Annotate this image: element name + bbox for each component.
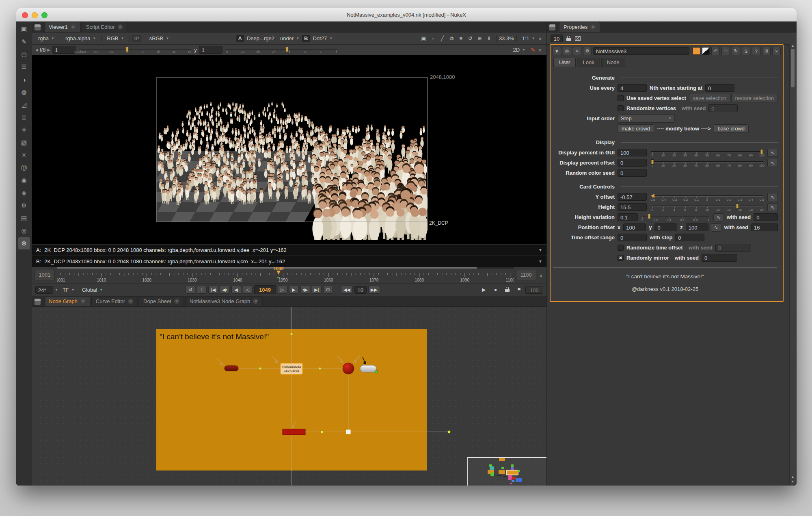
a-buffer-label[interactable]: A bbox=[236, 35, 244, 42]
transport-last-frame-button[interactable]: ▶| bbox=[312, 286, 322, 294]
y-offset-slider[interactable]: -0.5-0.4-0.3-0.2-0.100.10.20.30.40.5 bbox=[650, 193, 764, 202]
close-panel-icon[interactable]: × bbox=[772, 47, 781, 55]
panel-menu-icon[interactable]: » bbox=[538, 47, 544, 52]
transport-first-frame-button[interactable]: |◀ bbox=[208, 286, 218, 294]
mirror-seed-input[interactable]: 0 bbox=[702, 254, 737, 262]
tab-dope-sheet[interactable]: Dope Sheet× bbox=[139, 296, 184, 306]
tool-draw-icon[interactable]: ✎ bbox=[18, 36, 30, 48]
bake-crowd-button[interactable]: bake crowd bbox=[714, 124, 749, 133]
tool-toolsets-icon[interactable]: ⚙ bbox=[18, 199, 30, 212]
time-offset-range-input[interactable]: 0 bbox=[618, 234, 647, 241]
playhead[interactable] bbox=[276, 271, 281, 274]
overlay-icon[interactable]: ⧉ bbox=[447, 35, 456, 42]
animation-curve-icon[interactable]: ∿ bbox=[713, 213, 724, 221]
hide-input-icon[interactable]: ⌗ bbox=[573, 47, 581, 55]
roi-icon[interactable]: ⊕ bbox=[475, 35, 484, 41]
use-every-input[interactable]: 4 bbox=[618, 84, 647, 92]
position-x-input[interactable]: 100 bbox=[623, 223, 646, 231]
tool-filter-icon[interactable]: ◍ bbox=[18, 86, 30, 98]
animation-curve-icon[interactable]: ∿ bbox=[767, 193, 778, 201]
minimize-window-icon[interactable] bbox=[32, 12, 38, 18]
gamma-label[interactable]: y bbox=[194, 47, 197, 53]
slider-handle[interactable] bbox=[651, 159, 654, 165]
gain-label[interactable]: f/8 bbox=[40, 47, 45, 53]
close-tab-icon[interactable]: × bbox=[253, 299, 258, 304]
script-button-icon[interactable]: S bbox=[742, 47, 750, 55]
transport-step-forward-button[interactable]: ▷ bbox=[278, 286, 287, 294]
tool-gizmos-icon[interactable]: ⊛ bbox=[18, 237, 30, 249]
flipbook-capture-icon[interactable]: ● bbox=[491, 286, 500, 294]
tool-transform-icon[interactable]: ✛ bbox=[18, 124, 30, 136]
chevron-down-icon[interactable]: ▼ bbox=[538, 259, 542, 264]
tool-3d-icon[interactable]: ▧ bbox=[18, 137, 30, 149]
window-titlebar[interactable]: NotMassive_examples_v004.nk [modified] -… bbox=[16, 8, 797, 22]
projection-dropdown[interactable]: 2D▼ bbox=[510, 46, 528, 54]
position-z-input[interactable]: 100 bbox=[686, 223, 708, 231]
close-tab-icon[interactable]: × bbox=[118, 24, 123, 30]
close-tab-icon[interactable]: × bbox=[590, 24, 596, 30]
properties-scrollbar[interactable]: ▲ ▲ ▼ bbox=[789, 44, 796, 484]
tool-metadata-icon[interactable]: ◈ bbox=[18, 187, 30, 199]
tool-particles-icon[interactable]: ✳ bbox=[18, 149, 30, 161]
transport-loop-mode-button[interactable]: ↺ bbox=[186, 286, 195, 294]
gl-color-swatch[interactable] bbox=[702, 47, 710, 55]
transport-play-backward-button[interactable]: ◀ bbox=[231, 286, 241, 294]
make-crowd-button[interactable]: make crowd bbox=[618, 124, 654, 133]
skip-backward-button[interactable]: ◀◀ bbox=[341, 286, 353, 294]
tool-image-icon[interactable]: ▣ bbox=[18, 23, 30, 35]
transport-play-forward-button[interactable]: ▶ bbox=[289, 286, 299, 294]
cache-size-field[interactable]: 100 bbox=[525, 286, 543, 294]
restore-selection-button[interactable]: restore selection bbox=[731, 94, 778, 102]
node-dot-selected[interactable] bbox=[346, 430, 350, 434]
viewer-canvas[interactable]: 2048,1080 2K_DCP bbox=[32, 55, 546, 244]
animation-curve-icon[interactable]: ∿ bbox=[767, 149, 778, 157]
wipe-icon[interactable]: ╱ bbox=[438, 35, 447, 41]
gain-next-icon[interactable]: ▶ bbox=[47, 48, 50, 52]
render-flag-icon[interactable]: ⚑ bbox=[514, 286, 524, 294]
chevron-down-icon[interactable]: ▼ bbox=[538, 248, 542, 252]
randomize-time-seed-input[interactable]: 0 bbox=[715, 244, 751, 251]
tool-keyer-icon[interactable]: ◿ bbox=[18, 99, 30, 111]
capture-icon[interactable]: ▣ bbox=[419, 35, 428, 41]
frame-increment-field[interactable]: 10 bbox=[354, 286, 367, 294]
randomize-seed-input[interactable]: 0 bbox=[708, 104, 738, 112]
node-red-sphere[interactable] bbox=[343, 363, 354, 374]
zoom-level[interactable]: 33.3% bbox=[499, 35, 514, 41]
tool-channel-icon[interactable]: ☰ bbox=[18, 61, 30, 73]
transport-loop-toggle-button[interactable]: O bbox=[323, 286, 333, 294]
height-variation-input[interactable]: 0.1 bbox=[618, 213, 638, 221]
layer-dropdown[interactable]: rgba.alpha▼ bbox=[63, 35, 99, 42]
node-graph-minimap[interactable] bbox=[467, 457, 546, 486]
scrollbar-thumb[interactable] bbox=[791, 49, 795, 87]
panel-menu-icon[interactable]: » bbox=[538, 36, 544, 41]
tool-other-icon[interactable]: ▤ bbox=[18, 212, 30, 224]
annotation-pen-icon[interactable]: ✎ bbox=[531, 47, 536, 53]
node-graph[interactable]: "I can't believe it's not Massive!" bbox=[32, 307, 546, 486]
tab-look[interactable]: Look bbox=[577, 58, 600, 67]
panel-menu-icon[interactable]: » bbox=[538, 272, 544, 278]
manage-knobs-wrench-icon[interactable]: ⚙ bbox=[583, 47, 592, 55]
height-slider[interactable]: 02468101214161820 bbox=[650, 203, 764, 212]
position-y-input[interactable]: 0 bbox=[654, 223, 677, 231]
timeline-ruler[interactable]: 1001101010201030104010501060107010801090… bbox=[57, 267, 514, 283]
transport-prev-keyframe-button[interactable]: ◀• bbox=[220, 286, 229, 294]
tab-curve-editor[interactable]: Curve Editor× bbox=[91, 296, 138, 306]
close-all-panels-icon[interactable]: ⌧ bbox=[574, 35, 581, 42]
lock-panels-icon[interactable] bbox=[566, 38, 571, 41]
height-variation-slider[interactable]: 00.20.40.60.81 bbox=[641, 213, 710, 222]
tab-notmassive3-node-graph[interactable]: NotMassive3 Node Graph× bbox=[185, 296, 263, 306]
stripes-icon[interactable]: ≡ bbox=[456, 35, 466, 41]
node-red-bar[interactable] bbox=[283, 429, 305, 435]
random-color-seed-input[interactable]: 0 bbox=[618, 169, 647, 177]
zoom-window-icon[interactable] bbox=[41, 12, 48, 18]
animation-curve-icon[interactable]: ∿ bbox=[711, 223, 721, 232]
slider-handle[interactable] bbox=[126, 47, 129, 52]
randomly-mirror-checkbox[interactable]: ✖ bbox=[618, 255, 624, 261]
scroll-up-icon[interactable]: ▲ bbox=[791, 44, 795, 48]
slider-handle[interactable] bbox=[648, 214, 650, 219]
tab-user[interactable]: User bbox=[553, 58, 576, 67]
randomize-time-checkbox[interactable] bbox=[618, 245, 624, 251]
display-percent-gui-slider[interactable]: 0102030405060708090100 bbox=[650, 148, 764, 157]
slider-out-of-range-handle[interactable] bbox=[651, 194, 654, 198]
range-scope-dropdown[interactable]: Global▼ bbox=[79, 286, 106, 294]
